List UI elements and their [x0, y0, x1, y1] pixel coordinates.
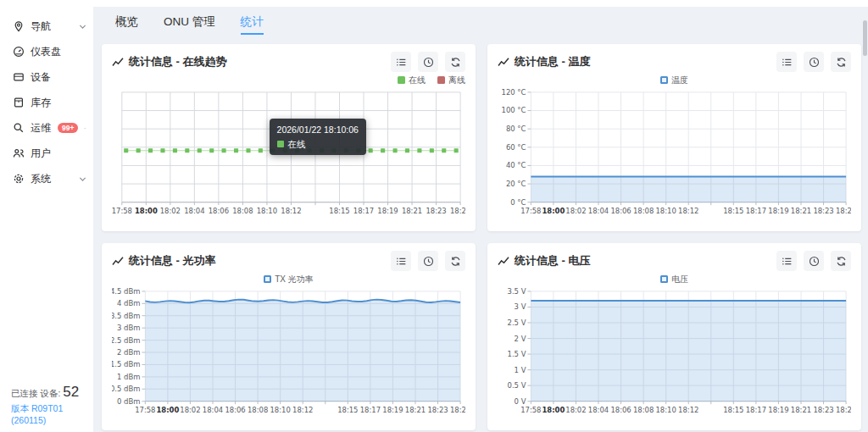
- svg-text:1.5 dBm: 1.5 dBm: [112, 360, 140, 368]
- svg-text:18:25: 18:25: [450, 406, 465, 414]
- chart-card-header: 统计信息 - 温度: [498, 51, 851, 73]
- chart-icon: [498, 57, 509, 67]
- sidebar-item-system[interactable]: 系统: [0, 166, 93, 191]
- chart-icon: [498, 256, 509, 266]
- svg-text:3 dBm: 3 dBm: [117, 324, 140, 332]
- device-icon: [13, 71, 25, 83]
- legend-label: 在线: [409, 75, 426, 86]
- list-button[interactable]: [776, 52, 797, 72]
- top-strip: [93, 0, 868, 7]
- clock-button[interactable]: [418, 251, 438, 271]
- svg-text:18:15: 18:15: [329, 207, 349, 215]
- main-content: 概览ONU 管理统计 统计信息 - 在线趋势 在线离线 17:5818:0018…: [93, 0, 868, 432]
- list-button[interactable]: [776, 251, 797, 271]
- chart-canvas: 3.5 V3 V2.5 V2 V1.5 V1 V0.5 V0 V17:5818:…: [498, 286, 851, 418]
- sidebar-item-inventory[interactable]: 库存: [0, 90, 93, 115]
- svg-text:17:58: 17:58: [135, 406, 155, 414]
- svg-text:18:10: 18:10: [656, 207, 676, 215]
- tab-overview[interactable]: 概览: [115, 14, 138, 35]
- refresh-button[interactable]: [445, 251, 465, 271]
- sidebar-item-ops[interactable]: 运维 99+: [0, 115, 93, 141]
- svg-text:18:00: 18:00: [542, 406, 565, 414]
- svg-text:4.5 dBm: 4.5 dBm: [112, 287, 140, 296]
- svg-text:0 °C: 0 °C: [510, 198, 526, 207]
- svg-text:18:12: 18:12: [281, 207, 301, 215]
- users-icon: [13, 147, 25, 159]
- svg-text:18:15: 18:15: [723, 406, 743, 414]
- svg-text:18:04: 18:04: [184, 207, 204, 215]
- chart-card-4: 统计信息 - 电压 电压 3.5 V3 V2.5 V2 V1.5 V1 V0.5…: [487, 243, 861, 430]
- chart-toolbar: [776, 251, 851, 271]
- sidebar-item-label: 库存: [31, 96, 51, 110]
- chart-tooltip: 2026/01/22 18:10:06在线: [270, 119, 366, 155]
- version-link[interactable]: 版本 R09T01 (260115): [11, 403, 88, 425]
- refresh-button[interactable]: [831, 251, 851, 271]
- svg-text:18:02: 18:02: [565, 406, 586, 414]
- sidebar-item-nav[interactable]: 导航: [0, 14, 93, 39]
- chevron-down-icon: [79, 175, 86, 183]
- tab-bar: 概览ONU 管理统计: [115, 14, 861, 35]
- chart-card-title: 统计信息 - 在线趋势: [112, 54, 227, 69]
- sidebar-item-users[interactable]: 用户: [0, 141, 93, 166]
- clock-button[interactable]: [804, 52, 824, 72]
- tab-onu[interactable]: ONU 管理: [164, 14, 215, 35]
- sidebar-nav: 导航 仪表盘 设备 库存 运维 99+ 用户 系统: [0, 14, 93, 191]
- svg-text:18:06: 18:06: [225, 406, 245, 414]
- svg-text:0 dBm: 0 dBm: [117, 397, 140, 406]
- legend-swatch: [437, 76, 445, 84]
- list-button[interactable]: [391, 52, 411, 72]
- svg-text:18:15: 18:15: [723, 207, 743, 215]
- pin-icon: [13, 20, 25, 32]
- legend-item[interactable]: TX 光功率: [264, 274, 314, 285]
- scrollbar-thumb[interactable]: [863, 20, 867, 56]
- svg-text:18:17: 18:17: [746, 406, 766, 414]
- svg-text:18:06: 18:06: [610, 207, 631, 215]
- svg-text:18:25: 18:25: [836, 406, 851, 414]
- chart-legend: 在线离线: [112, 74, 465, 86]
- legend-item[interactable]: 在线: [398, 75, 426, 86]
- chart-card-title: 统计信息 - 电压: [498, 253, 591, 269]
- svg-text:18:17: 18:17: [353, 207, 374, 215]
- svg-text:18:23: 18:23: [813, 207, 833, 215]
- chart-icon: [112, 57, 124, 67]
- svg-text:18:17: 18:17: [746, 207, 766, 215]
- list-icon: [782, 256, 793, 267]
- legend-swatch: [660, 275, 668, 283]
- svg-text:18:15: 18:15: [337, 406, 358, 414]
- svg-text:18:12: 18:12: [678, 207, 698, 215]
- svg-text:3.5 dBm: 3.5 dBm: [112, 312, 140, 320]
- refresh-button[interactable]: [445, 52, 465, 72]
- legend-item[interactable]: 温度: [660, 75, 688, 86]
- tab-stats[interactable]: 统计: [241, 14, 264, 35]
- sidebar-item-label: 仪表盘: [31, 45, 61, 59]
- clock-icon: [809, 57, 820, 68]
- chart-canvas: 120 °C100 °C80 °C60 °C40 °C20 °C0 °C17:5…: [498, 87, 851, 219]
- svg-text:18:02: 18:02: [180, 406, 200, 414]
- clock-icon: [809, 256, 820, 267]
- clock-button[interactable]: [804, 251, 824, 271]
- sidebar-item-dashboard[interactable]: 仪表盘: [0, 39, 93, 64]
- legend-item[interactable]: 电压: [660, 274, 688, 285]
- chart-legend: 电压: [498, 273, 851, 285]
- clock-button[interactable]: [418, 52, 438, 72]
- legend-item[interactable]: 离线: [437, 75, 465, 86]
- chart-card-header: 统计信息 - 在线趋势: [112, 51, 465, 73]
- sidebar-item-label: 运维: [31, 121, 51, 136]
- gear-icon: [13, 173, 25, 185]
- svg-text:0.5 V: 0.5 V: [508, 381, 526, 390]
- sidebar-item-devices[interactable]: 设备: [0, 64, 93, 90]
- chart-toolbar: [776, 52, 851, 72]
- list-icon: [396, 57, 407, 68]
- refresh-button[interactable]: [831, 52, 851, 72]
- tooltip-series-label: 在线: [288, 137, 306, 151]
- list-button[interactable]: [391, 251, 411, 271]
- sidebar-footer: 已连接 设备: 52 版本 R09T01 (260115): [0, 384, 93, 432]
- chart-card-header: 统计信息 - 电压: [498, 250, 851, 272]
- svg-text:1 V: 1 V: [515, 366, 526, 374]
- chevron-down-icon: [79, 23, 86, 30]
- legend-swatch: [398, 76, 405, 84]
- svg-text:18:10: 18:10: [656, 406, 676, 414]
- svg-text:18:06: 18:06: [610, 406, 631, 414]
- gauge-icon: [13, 46, 25, 58]
- svg-text:18:00: 18:00: [135, 207, 158, 215]
